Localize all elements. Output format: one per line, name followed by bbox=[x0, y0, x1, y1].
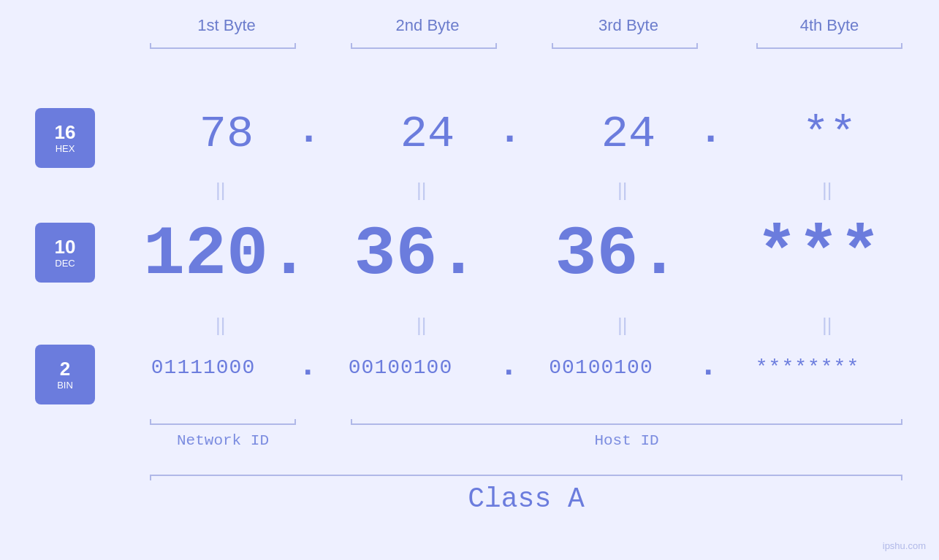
hex-dot-2: . bbox=[504, 108, 515, 148]
hex-b3: 24 bbox=[555, 108, 702, 160]
dec-badge: 10 DEC bbox=[35, 223, 95, 283]
host-id-label: Host ID bbox=[351, 432, 902, 449]
eq-dec-4: || bbox=[822, 314, 844, 337]
bin-dot-3: . bbox=[704, 347, 713, 380]
bracket-top-1 bbox=[150, 47, 296, 49]
byte3-header: 3rd Byte bbox=[555, 16, 702, 35]
class-label: Class A bbox=[150, 483, 902, 515]
bin-badge-base: BIN bbox=[57, 380, 73, 391]
network-id-label: Network ID bbox=[150, 432, 296, 449]
hex-badge: 16 HEX bbox=[35, 108, 95, 168]
hex-b4: ** bbox=[756, 108, 902, 160]
dec-b1: 120. bbox=[128, 215, 325, 294]
byte2-header: 2nd Byte bbox=[354, 16, 501, 35]
bin-dot-1: . bbox=[303, 347, 313, 380]
bracket-top-3 bbox=[552, 47, 698, 49]
bracket-top-2 bbox=[351, 47, 497, 49]
bin-b2: 00100100 bbox=[313, 356, 488, 379]
bin-dot-2: . bbox=[504, 347, 514, 380]
bracket-top-4 bbox=[756, 47, 902, 49]
dec-badge-num: 10 bbox=[55, 237, 76, 258]
class-bracket bbox=[150, 475, 902, 476]
dec-b3: 36. bbox=[533, 215, 702, 294]
eq-dec-1: || bbox=[216, 314, 237, 337]
hex-badge-base: HEX bbox=[56, 143, 75, 154]
hex-badge-num: 16 bbox=[55, 122, 76, 143]
bin-b3: 00100100 bbox=[512, 356, 691, 379]
bin-b1: 01111000 bbox=[108, 356, 298, 379]
hex-dot-1: . bbox=[303, 108, 314, 148]
eq-hex-2: || bbox=[417, 179, 438, 202]
hex-b1: 78 bbox=[153, 108, 300, 160]
eq-dec-3: || bbox=[617, 314, 639, 337]
dec-b2: 36. bbox=[332, 215, 501, 294]
watermark: ipshu.com bbox=[883, 540, 926, 551]
byte4-header: 4th Byte bbox=[756, 16, 902, 35]
hex-dot-3: . bbox=[705, 108, 716, 148]
eq-hex-3: || bbox=[617, 179, 639, 202]
dec-badge-base: DEC bbox=[55, 258, 75, 269]
bin-badge: 2 BIN bbox=[35, 345, 95, 404]
byte1-header: 1st Byte bbox=[153, 16, 300, 35]
host-bracket bbox=[351, 423, 902, 425]
bin-b4: ******** bbox=[712, 356, 902, 379]
dec-b4: *** bbox=[731, 215, 906, 294]
bin-badge-num: 2 bbox=[60, 358, 70, 380]
eq-hex-4: || bbox=[822, 179, 844, 202]
eq-dec-2: || bbox=[417, 314, 438, 337]
hex-b2: 24 bbox=[354, 108, 501, 160]
network-bracket bbox=[150, 423, 296, 425]
page-layout: 1st Byte 2nd Byte 3rd Byte 4th Byte 16 H… bbox=[0, 0, 939, 560]
eq-hex-1: || bbox=[216, 179, 237, 202]
